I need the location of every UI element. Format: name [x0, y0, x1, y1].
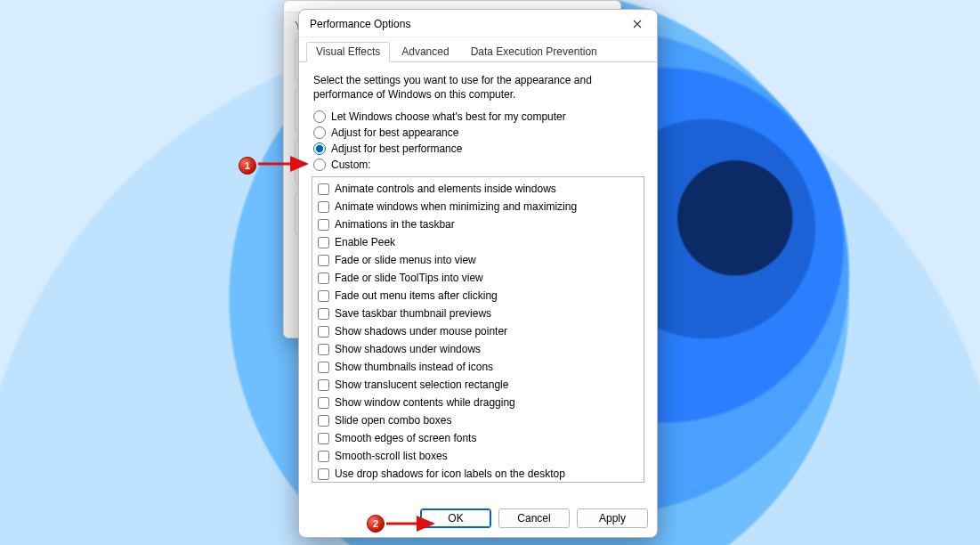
visual-effect-label: Slide open combo boxes — [335, 412, 451, 428]
description-text: Select the settings you want to use for … — [313, 73, 607, 102]
ok-button[interactable]: OK — [420, 508, 491, 528]
radio-input[interactable] — [313, 126, 326, 139]
tab-advanced[interactable]: Advanced — [392, 42, 458, 62]
radio-input[interactable] — [313, 110, 326, 123]
visual-effect-checkbox[interactable] — [318, 290, 329, 302]
visual-effect-label: Enable Peek — [335, 234, 395, 250]
close-button[interactable] — [625, 15, 650, 33]
visual-effect-checkbox[interactable] — [318, 379, 329, 391]
tab-label: Visual Effects — [316, 45, 380, 58]
tab-label: Data Execution Prevention — [471, 45, 597, 58]
tab-bar: Visual Effects Advanced Data Execution P… — [299, 37, 657, 62]
visual-effect-checkbox[interactable] — [318, 468, 329, 480]
visual-effect-item[interactable]: Enable Peek — [316, 233, 640, 251]
visual-effect-checkbox[interactable] — [318, 415, 329, 427]
visual-effect-label: Show window contents while dragging — [335, 395, 515, 411]
radio-best-appearance[interactable]: Adjust for best appearance — [313, 126, 644, 139]
visual-effect-label: Animate windows when minimizing and maxi… — [335, 199, 577, 215]
dialog-title: Performance Options — [310, 18, 410, 30]
visual-effect-item[interactable]: Slide open combo boxes — [316, 411, 640, 429]
annotation-callout-2: 2 — [367, 515, 385, 533]
cancel-button[interactable]: Cancel — [498, 508, 570, 528]
visual-effect-item[interactable]: Smooth-scroll list boxes — [316, 447, 640, 465]
visual-effect-checkbox[interactable] — [318, 201, 329, 213]
radio-best-performance[interactable]: Adjust for best performance — [313, 142, 644, 155]
tab-content: Select the settings you want to use for … — [299, 62, 657, 501]
callout-number: 2 — [373, 518, 378, 529]
titlebar: Performance Options — [299, 10, 657, 37]
visual-effect-label: Fade or slide menus into view — [335, 252, 476, 268]
visual-effect-label: Smooth edges of screen fonts — [335, 430, 476, 446]
visual-effect-label: Smooth-scroll list boxes — [335, 448, 448, 464]
visual-effect-label: Animate controls and elements inside win… — [335, 181, 556, 197]
annotation-callout-1: 1 — [239, 157, 256, 175]
visual-effect-checkbox[interactable] — [318, 219, 329, 231]
visual-effect-label: Save taskbar thumbnail previews — [335, 305, 491, 321]
visual-effect-item[interactable]: Save taskbar thumbnail previews — [316, 305, 640, 322]
radio-label: Let Windows choose what's best for my co… — [331, 110, 566, 123]
visual-effect-item[interactable]: Show translucent selection rectangle — [316, 376, 640, 394]
radio-label: Adjust for best appearance — [331, 126, 458, 139]
radio-custom[interactable]: Custom: — [313, 159, 644, 171]
visual-effect-checkbox[interactable] — [318, 255, 329, 266]
visual-effect-item[interactable]: Fade or slide menus into view — [316, 251, 640, 269]
visual-effect-label: Animations in the taskbar — [335, 216, 455, 232]
visual-effect-item[interactable]: Fade out menu items after clicking — [316, 287, 640, 305]
visual-effect-item[interactable]: Animations in the taskbar — [316, 216, 640, 233]
visual-effect-label: Show translucent selection rectangle — [335, 377, 508, 393]
visual-effect-item[interactable]: Show shadows under windows — [316, 340, 640, 358]
visual-effect-checkbox[interactable] — [318, 433, 329, 444]
visual-effect-label: Show shadows under windows — [335, 341, 481, 357]
dialog-button-row: OK Cancel Apply — [299, 501, 657, 537]
tab-dep[interactable]: Data Execution Prevention — [461, 42, 607, 62]
visual-effect-checkbox[interactable] — [318, 344, 329, 355]
visual-effect-label: Show shadows under mouse pointer — [335, 323, 507, 339]
tab-visual-effects[interactable]: Visual Effects — [306, 42, 390, 62]
radio-input[interactable] — [313, 142, 326, 155]
radio-let-windows-choose[interactable]: Let Windows choose what's best for my co… — [313, 110, 644, 123]
radio-input[interactable] — [313, 159, 326, 171]
tab-label: Advanced — [401, 45, 449, 58]
visual-effect-item[interactable]: Use drop shadows for icon labels on the … — [316, 465, 640, 483]
visual-effect-label: Fade out menu items after clicking — [335, 288, 498, 304]
callout-number: 1 — [245, 160, 250, 171]
visual-effect-item[interactable]: Animate windows when minimizing and maxi… — [316, 198, 640, 216]
performance-options-dialog: Performance Options Visual Effects Advan… — [298, 9, 658, 538]
radio-label: Adjust for best performance — [331, 142, 462, 155]
visual-effect-checkbox[interactable] — [318, 183, 329, 195]
close-icon — [633, 20, 642, 28]
visual-effect-checkbox[interactable] — [318, 451, 329, 462]
visual-effect-label: Fade or slide ToolTips into view — [335, 270, 483, 286]
radio-label: Custom: — [331, 159, 371, 171]
visual-effect-checkbox[interactable] — [318, 308, 329, 320]
visual-effect-item[interactable]: Show shadows under mouse pointer — [316, 322, 640, 340]
visual-effect-checkbox[interactable] — [318, 237, 329, 248]
visual-effect-checkbox[interactable] — [318, 397, 329, 409]
visual-effect-item[interactable]: Show thumbnails instead of icons — [316, 358, 640, 376]
visual-effect-checkbox[interactable] — [318, 272, 329, 284]
visual-effects-list[interactable]: Animate controls and elements inside win… — [312, 176, 644, 483]
visual-effect-checkbox[interactable] — [318, 326, 329, 338]
visual-effect-item[interactable]: Show window contents while dragging — [316, 394, 640, 411]
visual-effect-item[interactable]: Fade or slide ToolTips into view — [316, 269, 640, 287]
radio-group: Let Windows choose what's best for my co… — [313, 110, 644, 171]
visual-effect-item[interactable]: Animate controls and elements inside win… — [316, 180, 640, 198]
visual-effect-item[interactable]: Smooth edges of screen fonts — [316, 429, 640, 447]
visual-effect-label: Show thumbnails instead of icons — [335, 359, 493, 375]
visual-effect-label: Use drop shadows for icon labels on the … — [335, 466, 565, 482]
apply-button[interactable]: Apply — [577, 508, 648, 528]
visual-effect-checkbox[interactable] — [318, 362, 329, 373]
